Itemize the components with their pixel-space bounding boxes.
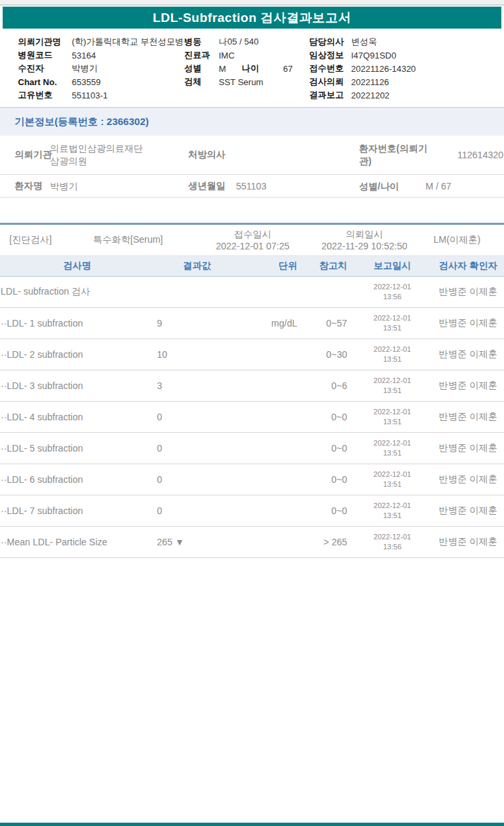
reported-datetime: 2022-12-0113:56 [352, 282, 432, 303]
patient-header: 의뢰기관명 (학)가톨릭대학교 부천성모병원 병원코드 53164 수진자 박병… [0, 29, 504, 107]
result-row: ··LDL- 2 subfraction 10 0~30 2022-12-011… [0, 339, 504, 370]
reported-datetime: 2022-12-0113:51 [352, 501, 432, 521]
exam-info-bar: [진단검사] 특수화학[Serum] 접수일시 2022-12-01 07:25… [0, 223, 504, 255]
field-label: 병원코드 [18, 49, 72, 61]
field-label: 결과보고 [309, 89, 351, 101]
basic-info-table: 의뢰기관 의료법인삼광의료재단삼광의원 처방의사 환자번호(의뢰기관) 1126… [0, 136, 504, 198]
field-row: 검사의뢰 20221126 [309, 75, 416, 88]
field-value: 나05 / 540 [219, 36, 259, 48]
field-value: 53164 [72, 51, 96, 61]
test-name: ··LDL- 4 subfraction [0, 412, 154, 422]
field-value: 551103 [236, 181, 267, 192]
result-value: 265 ▼ [154, 537, 239, 547]
result-value: 3 [154, 380, 239, 391]
field-row: 병동 나05 / 540 [184, 35, 293, 49]
result-value: 0 [154, 474, 239, 485]
field-value: 20221202 [351, 90, 390, 100]
field-label: 진료과 [184, 49, 219, 61]
field-label: 생년월일 [188, 180, 225, 192]
exam-test-group: 특수화학[Serum] [93, 234, 163, 246]
field-label: 성별/나이 [359, 180, 434, 192]
test-name: LDL- subfraction 검사 [0, 286, 154, 298]
field-value: M [219, 64, 226, 74]
tester-verifier: 반병준 이제훈 [432, 536, 504, 548]
field-label: 환자명 [15, 180, 43, 192]
result-value: 0 [154, 443, 239, 454]
result-row: ··LDL- 3 subfraction 3 0~6 2022-12-0113:… [0, 370, 504, 402]
column-header-result: 결과값 [154, 260, 239, 272]
basic-info-row: 의뢰기관 의료법인삼광의료재단삼광의원 처방의사 환자번호(의뢰기관) 1126… [0, 136, 504, 175]
field-label: 나이 [242, 63, 277, 74]
field-label: 수진자 [18, 63, 72, 74]
field-row: 담당의사 변성욱 [309, 35, 416, 49]
reference-range: 0~30 [303, 349, 352, 360]
tester-verifier: 반병준 이제훈 [432, 442, 504, 454]
result-value: 9 [154, 318, 239, 329]
column-header-reported: 보고일시 [352, 260, 432, 272]
reference-range: > 265 [303, 537, 352, 547]
reference-range: 0~0 [303, 443, 352, 454]
tester-verifier: 반병준 이제훈 [432, 411, 504, 423]
tester-verifier: 반병준 이제훈 [432, 474, 504, 485]
reported-datetime: 2022-12-0113:56 [352, 532, 432, 553]
unit: mg/dL [239, 318, 303, 329]
patient-header-right-column: 담당의사 변성욱 임상정보 I47Q91SD0 접수번호 20221126-14… [309, 35, 416, 102]
field-label: 임상정보 [309, 49, 351, 61]
field-value: 20221126 [351, 77, 389, 87]
field-value: 653559 [72, 77, 100, 87]
field-row: 진료과 IMC [184, 49, 293, 62]
field-row: 수진자 박병기 [18, 62, 184, 75]
column-header-unit: 단위 [239, 260, 303, 272]
field-value: 67 [283, 64, 293, 74]
reference-range: 0~6 [303, 380, 352, 391]
result-row: LDL- subfraction 검사 2022-12-0113:56 반병준 … [0, 277, 504, 308]
field-label: 의뢰기관명 [18, 36, 72, 48]
field-label: 처방의사 [188, 149, 225, 161]
request-datetime: 의뢰일시 2022-11-29 10:52:50 [308, 228, 421, 252]
field-value: 20221126-14320 [351, 64, 416, 74]
reported-datetime: 2022-12-0113:51 [352, 344, 432, 365]
reported-datetime: 2022-12-0113:51 [352, 313, 432, 334]
results-table-header: 검사명 결과값 단위 참고치 보고일시 검사자 확인자 [0, 255, 504, 277]
reference-range: 0~0 [303, 505, 352, 516]
footer-accent-bar [0, 823, 504, 826]
result-value: 0 [154, 505, 239, 516]
result-row: ··LDL- 7 subfraction 0 0~0 2022-12-0113:… [0, 495, 504, 527]
result-row: ··LDL- 6 subfraction 0 0~0 2022-12-0113:… [0, 464, 504, 495]
field-value: IMC [219, 51, 235, 61]
field-value: 박병기 [72, 63, 98, 74]
result-row: ··LDL- 4 subfraction 0 0~0 2022-12-0113:… [0, 402, 504, 433]
tester-verifier: 반병준 이제훈 [432, 380, 504, 392]
field-value: SST Serum [219, 77, 263, 87]
column-header-test-name: 검사명 [0, 260, 154, 272]
test-name: ··LDL- 1 subfraction [0, 318, 154, 329]
field-value: 의료법인삼광의료재단삼광의원 [50, 142, 144, 168]
tester-verifier: 반병준 이제훈 [432, 286, 504, 298]
test-name: ··LDL- 6 subfraction [0, 474, 154, 485]
column-header-staff: 검사자 확인자 [432, 260, 504, 272]
test-name: ··LDL- 5 subfraction [0, 443, 154, 454]
tester-verifier: 반병준 이제훈 [432, 505, 504, 517]
result-row: ··LDL- 1 subfraction 9 mg/dL 0~57 2022-1… [0, 308, 504, 339]
field-value: 변성욱 [351, 36, 377, 48]
field-value: 박병기 [50, 180, 144, 192]
field-value: I47Q91SD0 [351, 51, 396, 61]
field-label: Chart No. [18, 77, 72, 87]
basic-info-row: 환자명 박병기 생년월일 551103 성별/나이 M / 67 [0, 175, 504, 198]
reference-range: 0~57 [303, 318, 352, 329]
receipt-datetime: 접수일시 2022-12-01 07:25 [199, 228, 306, 252]
field-row: 병원코드 53164 [18, 49, 184, 62]
reading-doctor: LM(이제훈) [434, 234, 481, 246]
reported-datetime: 2022-12-0113:51 [352, 470, 432, 490]
field-row: 결과보고 20221202 [309, 88, 416, 102]
field-label: 성별 [184, 63, 219, 74]
field-label: 의뢰기관 [15, 149, 52, 161]
tester-verifier: 반병준 이제훈 [432, 348, 504, 360]
field-row: 접수번호 20221126-14320 [309, 62, 416, 75]
reported-datetime: 2022-12-0113:51 [352, 438, 432, 459]
field-value: 112614320 [457, 150, 503, 160]
result-value: 10 [154, 349, 239, 360]
field-row: 임상정보 I47Q91SD0 [309, 49, 416, 62]
window-top-strip [0, 0, 504, 5]
field-row: Chart No. 653559 [18, 75, 184, 88]
